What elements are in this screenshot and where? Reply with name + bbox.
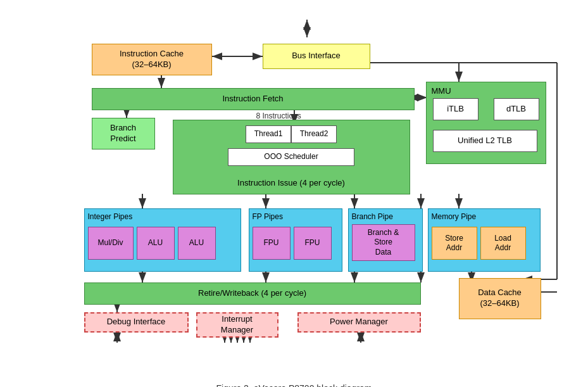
dtlb-label: dTLB — [506, 104, 526, 115]
branch-pipe-label: Branch Pipe — [352, 212, 393, 222]
ooo-scheduler-block: OOO Scheduler — [228, 148, 354, 166]
alu1-block: ALU — [137, 227, 175, 260]
diagram-container: Instruction Cache(32–64KB) Bus Interface… — [16, 13, 573, 374]
retire-writeback-block: Retire/Writeback (4 per cycle) — [84, 282, 421, 305]
load-addr-block: LoadAddr — [480, 227, 526, 260]
fpu1-label: FPU — [264, 238, 279, 248]
data-cache-block: Data Cache(32–64KB) — [459, 278, 541, 319]
alu2-label: ALU — [189, 238, 204, 248]
branch-store-data-label: Branch &StoreData — [368, 228, 399, 258]
itlb-label: iTLB — [447, 104, 464, 115]
fp-pipes-label: FP Pipes — [253, 212, 283, 222]
instruction-cache-label: Instruction Cache(32–64KB) — [120, 49, 184, 70]
memory-units: StoreAddr LoadAddr — [432, 227, 526, 260]
instruction-issue-container: Thread1 Thread2 OOO Scheduler Instructio… — [173, 120, 410, 194]
integer-units: Mul/Div ALU ALU — [88, 227, 216, 260]
thread2-block: Thread2 — [291, 125, 337, 143]
alu1-label: ALU — [148, 238, 163, 248]
bus-interface-label: Bus Interface — [292, 51, 341, 61]
unified-l2-tlb-label: Unified L2 TLB — [458, 136, 512, 146]
debug-interface-label: Debug Interface — [107, 317, 166, 327]
store-addr-label: StoreAddr — [445, 234, 463, 253]
power-manager-block: Power Manager — [297, 312, 421, 333]
fp-units: FPU FPU — [253, 227, 332, 260]
branch-predict-label: BranchPredict — [110, 123, 136, 144]
alu2-block: ALU — [178, 227, 216, 260]
power-manager-label: Power Manager — [330, 317, 388, 327]
itlb-block: iTLB — [433, 98, 479, 120]
store-addr-block: StoreAddr — [432, 227, 477, 260]
mul-div-label: Mul/Div — [97, 238, 123, 248]
instruction-fetch-block: Instruction Fetch — [92, 88, 415, 110]
branch-predict-block: BranchPredict — [92, 118, 155, 149]
figure-caption: Figure 2. eVocore P8700 block diagram — [16, 383, 573, 388]
integer-pipes-block: Integer Pipes Mul/Div ALU ALU — [84, 208, 241, 272]
mul-div-block: Mul/Div — [88, 227, 134, 260]
thread1-block: Thread1 — [246, 125, 291, 143]
mmu-block: MMU iTLB dTLB Unified L2 TLB — [426, 82, 546, 164]
branch-pipe-block: Branch Pipe Branch &StoreData — [348, 208, 423, 272]
fpu1-block: FPU — [253, 227, 291, 260]
eight-instructions-label: 8 Instructions — [256, 111, 301, 120]
integer-pipes-label: Integer Pipes — [88, 212, 133, 222]
instruction-fetch-label: Instruction Fetch — [222, 94, 283, 105]
fpu2-label: FPU — [305, 238, 320, 248]
mmu-label: MMU — [432, 86, 451, 97]
interrupt-manager-label: InterruptManager — [221, 314, 253, 336]
thread2-label: Thread2 — [300, 129, 328, 139]
thread1-label: Thread1 — [254, 129, 283, 139]
thread-container: Thread1 Thread2 — [246, 125, 337, 143]
memory-pipe-label: Memory Pipe — [432, 212, 477, 222]
load-addr-label: LoadAddr — [494, 234, 511, 253]
fp-pipes-block: FP Pipes FPU FPU — [249, 208, 342, 272]
branch-store-data-block: Branch &StoreData — [352, 224, 415, 261]
instruction-cache-block: Instruction Cache(32–64KB) — [92, 44, 212, 75]
interrupt-manager-block: InterruptManager — [196, 312, 278, 338]
ooo-scheduler-label: OOO Scheduler — [264, 152, 318, 162]
fpu2-block: FPU — [294, 227, 332, 260]
memory-pipe-block: Memory Pipe StoreAddr LoadAddr — [428, 208, 541, 272]
bus-interface-block: Bus Interface — [263, 44, 370, 69]
data-cache-label: Data Cache(32–64KB) — [478, 288, 522, 309]
instruction-issue-label: Instruction Issue (4 per cycle) — [237, 178, 345, 189]
dtlb-block: dTLB — [494, 98, 539, 120]
debug-interface-block: Debug Interface — [84, 312, 189, 333]
retire-writeback-label: Retire/Writeback (4 per cycle) — [198, 288, 306, 299]
unified-l2-tlb-block: Unified L2 TLB — [433, 130, 537, 152]
